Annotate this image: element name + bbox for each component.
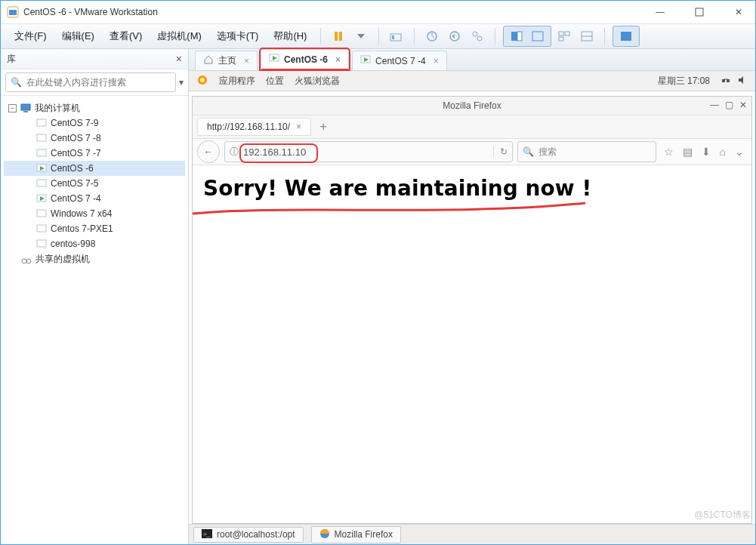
tab-close-icon[interactable]: × [335, 54, 341, 65]
firefox-titlebar: Mozilla Firefox — ▢ ✕ [193, 97, 751, 115]
firefox-newtab-button[interactable]: + [314, 119, 332, 135]
snapshot-manage-icon[interactable] [469, 28, 486, 45]
search-input[interactable] [25, 76, 171, 88]
gnome-top-panel: 应用程序 位置 火狐浏览器 星期三 17:08 [189, 71, 755, 91]
svg-rect-25 [37, 134, 46, 141]
sidebar-close-icon[interactable]: × [176, 53, 182, 65]
sidebar-header: 库 × [1, 49, 188, 69]
stretch-icon[interactable] [579, 28, 595, 45]
sidebar-icon[interactable]: ▤ [683, 146, 693, 158]
tree-item[interactable]: CentOS 7 -8 [4, 131, 185, 146]
reload-icon[interactable]: ↻ [493, 146, 508, 157]
tree-root-row[interactable]: − 我的计算机 [4, 100, 185, 115]
menu-view[interactable]: 查看(V) [103, 26, 148, 46]
snapshot-revert-icon[interactable] [446, 28, 463, 45]
gnome-firefox-launcher[interactable]: 火狐浏览器 [295, 75, 340, 88]
tab-home[interactable]: 主页 × [195, 51, 258, 70]
page-headline: Sorry! We are maintaining now ! [203, 176, 741, 201]
search-icon: 🔍 [11, 77, 22, 88]
minimize-button[interactable]: — [650, 4, 671, 20]
url-bar[interactable]: ⓘ 192.168.11.10 ↻ [224, 141, 513, 162]
separator [414, 28, 415, 45]
vm-running-icon [269, 53, 279, 66]
titlebar: CentOS -6 - VMware Workstation — ✕ [1, 1, 755, 24]
home-icon[interactable]: ⌂ [720, 146, 726, 158]
svg-rect-24 [37, 119, 46, 126]
tree-item-selected[interactable]: CentOS -6 [4, 161, 185, 176]
view-group [503, 26, 551, 47]
ff-minimize-icon[interactable]: — [710, 100, 719, 110]
tab-centos7-4[interactable]: CentOS 7 -4 × [352, 51, 447, 70]
collapse-icon[interactable]: − [8, 104, 17, 112]
vm-running-icon [35, 192, 48, 205]
unity-icon[interactable] [529, 28, 546, 45]
tree-item[interactable]: centos-998 [4, 236, 185, 251]
tab-label: CentOS 7 -4 [375, 56, 426, 66]
separator [495, 28, 495, 45]
svg-rect-17 [565, 32, 569, 35]
downloads-icon[interactable]: ⬇ [702, 146, 711, 158]
svg-rect-44 [727, 79, 730, 82]
site-info-icon[interactable]: ⓘ [230, 146, 239, 159]
menu-file[interactable]: 文件(F) [8, 26, 53, 46]
task-terminal-label: root@localhost:/opt [217, 529, 295, 540]
firefox-tab[interactable]: http://192.168.11.10/ × [197, 118, 311, 136]
menu-tabs[interactable]: 选项卡(T) [211, 26, 265, 46]
tab-label: CentOS -6 [284, 54, 328, 65]
menu-vm[interactable]: 虚拟机(M) [151, 26, 208, 46]
gnome-apps-menu[interactable]: 应用程序 [219, 75, 255, 88]
search-placeholder: 搜索 [538, 146, 557, 159]
pocket-icon[interactable]: ⌄ [735, 146, 744, 158]
dropdown-icon[interactable] [353, 28, 369, 45]
tree-item[interactable]: CentOS 7-9 [4, 115, 185, 131]
tree-item[interactable]: Centos 7-PXE1 [4, 221, 185, 236]
snapshot-icon[interactable] [424, 28, 440, 45]
gnome-tray [721, 75, 748, 88]
menu-help[interactable]: 帮助(H) [267, 26, 313, 46]
maximize-button[interactable] [689, 4, 710, 20]
tree-shared-label: 共享的虚拟机 [35, 253, 90, 266]
tab-close-icon[interactable]: × [244, 56, 249, 66]
tree-item[interactable]: CentOS 7 -4 [4, 191, 185, 206]
gnome-clock[interactable]: 星期三 17:08 [658, 75, 710, 88]
svg-point-36 [26, 259, 31, 263]
firefox-tabstrip: http://192.168.11.10/ × + [193, 115, 751, 139]
task-firefox[interactable]: Mozilla Firefox [311, 526, 401, 543]
fullscreen-icon[interactable] [508, 28, 525, 45]
firefox-page: Sorry! We are maintaining now ! [193, 165, 751, 523]
app-window: CentOS -6 - VMware Workstation — ✕ 文件(F)… [0, 0, 756, 545]
tree-item[interactable]: CentOS 7-5 [4, 176, 185, 191]
tree-shared-row[interactable]: 共享的虚拟机 [4, 251, 185, 266]
search-dropdown-icon[interactable]: ▾ [179, 77, 184, 88]
volume-icon[interactable] [737, 75, 748, 88]
close-button[interactable]: ✕ [728, 4, 749, 20]
svg-point-35 [22, 259, 26, 263]
search-bar[interactable]: 🔍 搜索 [517, 141, 656, 162]
svg-rect-23 [23, 111, 28, 112]
network-icon[interactable] [721, 75, 731, 88]
tree-item[interactable]: CentOS 7 -7 [4, 146, 185, 161]
tree-item-label: centos-998 [51, 239, 95, 249]
tree-root-label: 我的计算机 [35, 102, 80, 115]
gnome-places-menu[interactable]: 位置 [266, 75, 284, 88]
pause-icon[interactable] [330, 28, 347, 45]
menu-edit[interactable]: 编辑(E) [56, 26, 100, 46]
thumbnail-icon[interactable] [556, 28, 572, 45]
tree-item[interactable]: Windows 7 x64 [4, 206, 185, 221]
console-view-icon[interactable] [618, 28, 634, 45]
back-button[interactable]: ← [197, 140, 220, 163]
svg-rect-21 [621, 32, 631, 41]
ff-close-icon[interactable]: ✕ [739, 100, 747, 110]
search-box[interactable]: 🔍 [5, 72, 176, 92]
bookmark-star-icon[interactable]: ☆ [664, 146, 674, 158]
task-terminal[interactable]: >_ root@localhost:/opt [193, 527, 304, 543]
send-ctrl-alt-del-icon[interactable] [388, 28, 405, 45]
vm-icon [35, 147, 48, 159]
svg-rect-2 [696, 8, 703, 16]
tab-centos6[interactable]: CentOS -6 × [261, 49, 349, 70]
gnome-logo-icon [196, 74, 208, 88]
annotation-underline [193, 200, 600, 223]
firefox-tab-close-icon[interactable]: × [296, 122, 301, 132]
ff-maximize-icon[interactable]: ▢ [725, 100, 733, 110]
tab-close-icon[interactable]: × [434, 56, 439, 66]
